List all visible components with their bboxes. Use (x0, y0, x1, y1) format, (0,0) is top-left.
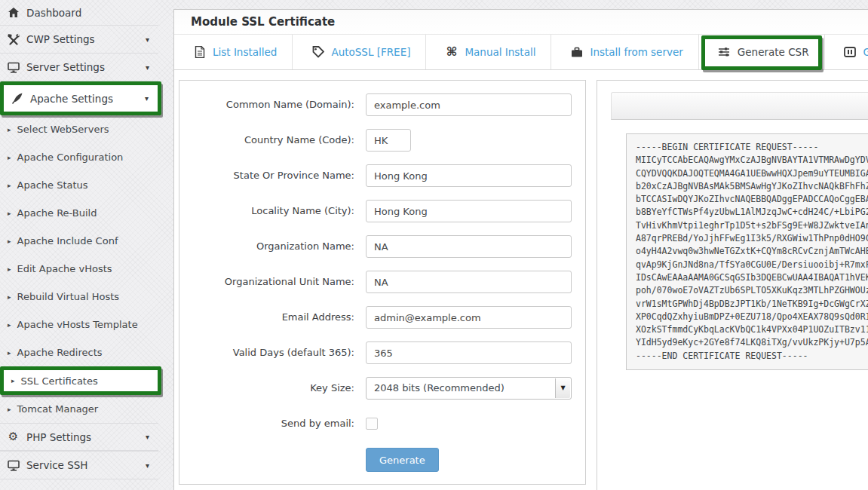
sidebar-item-label: Tomcat Manager (17, 403, 99, 415)
country-code-field[interactable] (366, 129, 411, 152)
form-row-common-name: Common Name (Domain): (179, 93, 585, 116)
form-row-country: Country Name (Code): (179, 129, 585, 152)
sidebar-item-server-settings[interactable]: Server Settings ▾ (0, 54, 158, 81)
sliders-icon (718, 46, 731, 58)
tools-icon (7, 33, 20, 45)
sidebar-item-label: Apache Settings (30, 93, 113, 105)
chevron-right-icon: ▸ (8, 349, 11, 357)
sidebar-item-dashboard[interactable]: Dashboard (0, 0, 158, 26)
tab-install-from-server[interactable]: Install from server (551, 35, 698, 69)
sidebar-item-service-ssh[interactable]: Service SSH ▾ (0, 451, 158, 479)
valid-days-field[interactable] (366, 341, 572, 364)
feather-icon (11, 93, 23, 105)
tab-generate-csr[interactable]: Generate CSR (699, 35, 825, 69)
command-icon: ⌘ (445, 46, 458, 58)
form-row-organization: Organization Name: (179, 235, 585, 258)
email-field[interactable] (366, 306, 572, 329)
briefcase-icon (570, 46, 583, 58)
sidebar-item-label: Apache Configuration (17, 152, 124, 163)
form-row-send-by-email: Send by email: (179, 412, 585, 435)
sidebar-item-apache-status[interactable]: ▸ Apache Status (0, 171, 158, 199)
sidebar-item-ssl-certificates[interactable]: ▸ SSL Certificates (4, 370, 158, 391)
field-label: Common Name (Domain): (179, 93, 354, 116)
tab-label: Generate CSR (738, 46, 809, 58)
organization-field[interactable] (366, 235, 572, 258)
main-panel: Module SSL Certificate List Installed (173, 9, 868, 490)
state-field[interactable] (366, 164, 572, 187)
sidebar-item-label: Apache Redirects (17, 347, 103, 358)
output-panel-header (611, 92, 868, 120)
sidebar-item-apache-configuration[interactable]: ▸ Apache Configuration (0, 143, 158, 171)
sidebar-item-tomcat-manager[interactable]: ▸ Tomcat Manager (0, 395, 158, 423)
chevron-right-icon: ▸ (8, 154, 11, 161)
chevron-down-icon: ▾ (146, 35, 149, 44)
sidebar-item-select-webservers[interactable]: ▸ Select WebServers (0, 115, 158, 143)
form-row-email: Email Address: (179, 306, 585, 329)
chevron-right-icon: ▸ (11, 377, 15, 384)
sidebar-item-apache-include-conf[interactable]: ▸ Apache Include Conf (0, 227, 158, 255)
field-label: Locality Name (City): (179, 200, 354, 222)
csr-output-panel: -----BEGIN CERTIFICATE REQUEST----- MIIC… (597, 80, 868, 490)
sidebar-item-label: Apache vHosts Template (17, 319, 138, 330)
chevron-down-icon: ▾ (146, 461, 149, 470)
form-row-valid-days: Valid Days (default 365): (179, 341, 585, 364)
sidebar-item-cwp-settings[interactable]: CWP Settings ▾ (0, 26, 158, 54)
sidebar: Dashboard CWP Settings ▾ (0, 0, 158, 479)
sidebar-item-label: SSL Certificates (21, 375, 98, 387)
field-label: Email Address: (179, 306, 354, 329)
form-row-org-unit: Organizational Unit Name: (179, 271, 585, 293)
tab-label: Manual Install (465, 46, 535, 58)
sidebar-item-rebuild-virtual-hosts[interactable]: ▸ Rebuild Virtual Hosts (0, 283, 158, 311)
tab-label: Install from server (590, 46, 682, 58)
chevron-right-icon: ▸ (8, 210, 11, 217)
sidebar-item-label: Apache Include Conf (17, 235, 118, 247)
send-by-email-checkbox[interactable] (366, 418, 378, 430)
chevron-right-icon: ▸ (8, 293, 11, 301)
field-label: Valid Days (default 365): (179, 341, 354, 364)
field-label: Organizational Unit Name: (179, 271, 354, 293)
chevron-right-icon: ▸ (8, 265, 11, 273)
select-dropdown-button[interactable]: ▼ (555, 378, 570, 398)
generate-button[interactable]: Generate (366, 448, 439, 472)
chevron-down-icon: ▾ (146, 63, 149, 72)
csr-output-text: -----BEGIN CERTIFICATE REQUEST----- MIIC… (626, 133, 868, 370)
tab-generate-self-signed[interactable]: Generate Self Signed (825, 35, 868, 69)
sidebar-item-apache-vhosts-template[interactable]: ▸ Apache vHosts Template (0, 311, 158, 338)
sidebar-item-apache-rebuild[interactable]: ▸ Apache Re-Build (0, 199, 158, 227)
page-title: Module SSL Certificate (174, 10, 868, 35)
common-name-field[interactable] (366, 93, 572, 116)
field-label: Organization Name: (179, 235, 354, 258)
annotation-box-ssl-certificates: ▸ SSL Certificates (0, 366, 161, 395)
sidebar-item-apache-settings[interactable]: Apache Settings ▾ (4, 85, 158, 112)
sidebar-item-label: Dashboard (26, 7, 81, 19)
org-unit-field[interactable] (366, 271, 572, 293)
chevron-down-icon: ▾ (145, 94, 149, 103)
sidebar-item-apache-redirects[interactable]: ▸ Apache Redirects (0, 338, 158, 366)
field-label: Country Name (Code): (179, 129, 354, 152)
tab-list-installed[interactable]: List Installed (174, 35, 293, 69)
key-size-select[interactable]: 2048 bits (Recommended) ▼ (366, 377, 572, 400)
sidebar-item-php-settings[interactable]: ⚙ PHP Settings ▾ (0, 423, 158, 451)
text-width-icon (844, 46, 857, 58)
tab-manual-install[interactable]: ⌘ Manual Install (426, 35, 551, 69)
chevron-right-icon: ▸ (8, 182, 11, 189)
sidebar-item-label: Rebuild Virtual Hosts (17, 291, 120, 302)
generate-csr-form: Common Name (Domain): Country Name (Code… (179, 80, 586, 485)
sidebar-item-label: CWP Settings (26, 33, 95, 45)
locality-field[interactable] (366, 200, 572, 222)
tab-autossl-free[interactable]: AutoSSL [FREE] (293, 35, 426, 69)
tab-label: List Installed (213, 46, 277, 58)
chevron-right-icon: ▸ (8, 321, 11, 329)
sidebar-item-label: Apache Status (17, 179, 88, 191)
chevron-right-icon: ▸ (8, 126, 11, 133)
sidebar-item-label: Server Settings (26, 61, 105, 73)
tab-bar: List Installed AutoSSL [FREE] ⌘ Manual I… (174, 35, 868, 70)
file-icon (193, 46, 206, 58)
form-row-state: State Or Province Name: (179, 164, 585, 187)
tab-label: AutoSSL [FREE] (331, 46, 410, 58)
monitor-icon (7, 459, 20, 471)
field-label: State Or Province Name: (179, 164, 354, 187)
sidebar-item-edit-apache-vhosts[interactable]: ▸ Edit Apache vHosts (0, 255, 158, 283)
tag-icon (311, 46, 324, 58)
chevron-right-icon: ▸ (8, 406, 11, 413)
